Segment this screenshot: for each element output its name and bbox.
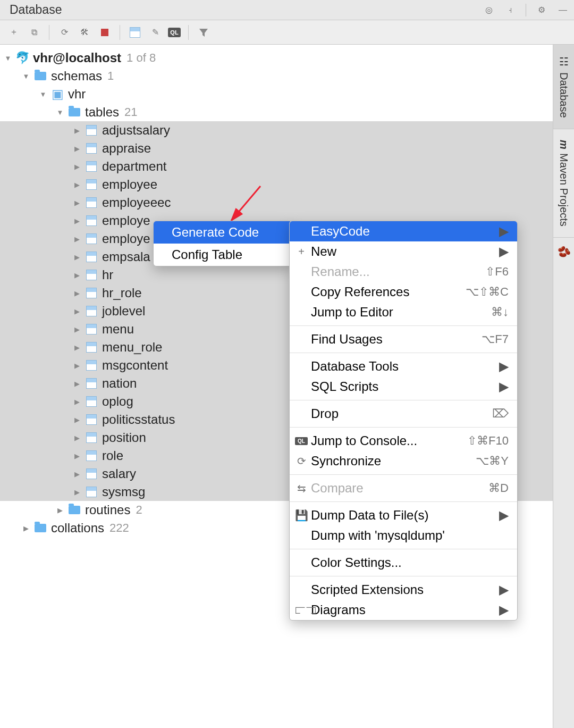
node-count: 21 (124, 105, 137, 119)
expand-arrow-icon[interactable] (73, 470, 81, 478)
table-node[interactable]: department (0, 157, 553, 175)
tab-extra[interactable]: 🫘 (553, 238, 574, 265)
table-icon (85, 377, 98, 390)
expand-arrow-icon[interactable] (73, 289, 81, 297)
table-node[interactable]: adjustsalary (0, 121, 553, 139)
separator (290, 353, 517, 353)
expand-arrow-icon[interactable] (73, 253, 81, 261)
menu-item-easycode[interactable]: EasyCode ▶ (290, 221, 517, 241)
right-tool-tabs: ☷ Database m Maven Projects 🫘 (553, 45, 574, 728)
expand-arrow-icon[interactable] (73, 235, 81, 243)
menu-item-dump-to-file[interactable]: 💾 Dump Data to File(s) ▶ (290, 505, 517, 525)
table-icon (85, 449, 98, 462)
menu-item-diagrams[interactable]: ⫍⫎ Diagrams ▶ (290, 600, 517, 620)
tab-database[interactable]: ☷ Database (553, 45, 574, 129)
expand-arrow-icon[interactable] (73, 488, 81, 496)
panel-title: Database (10, 3, 62, 17)
maven-icon: m (558, 140, 570, 149)
expand-arrow-icon[interactable] (56, 506, 64, 514)
node-label: politicsstatus (102, 412, 175, 427)
compare-icon: ⇆ (295, 482, 308, 495)
expand-arrow-icon[interactable] (56, 108, 64, 116)
folder-icon (68, 504, 81, 516)
menu-item-copy-references[interactable]: Copy References ⌥⇧⌘C (290, 282, 517, 302)
datasource-node[interactable]: 🐬 vhr@localhost 1 of 8 (0, 49, 553, 67)
table-icon (85, 269, 98, 281)
expand-arrow-icon[interactable] (73, 217, 81, 225)
expand-arrow-icon[interactable] (73, 452, 81, 460)
expand-arrow-icon[interactable] (73, 416, 81, 424)
schemas-node[interactable]: schemas 1 (0, 67, 553, 85)
expand-arrow-icon[interactable] (73, 145, 81, 153)
menu-item-sql-scripts[interactable]: SQL Scripts ▶ (290, 376, 517, 397)
expand-arrow-icon[interactable] (22, 524, 30, 532)
expand-arrow-icon[interactable] (73, 163, 81, 171)
menu-label: SQL Scripts (311, 379, 378, 394)
expand-arrow-icon[interactable] (73, 434, 81, 442)
tab-label: Maven Projects (558, 153, 570, 227)
menu-item-find-usages[interactable]: Find Usages ⌥F7 (290, 329, 517, 349)
wrench-icon[interactable]: 🛠 (77, 25, 92, 40)
separator (188, 25, 189, 40)
expand-arrow-icon[interactable] (4, 54, 12, 62)
submenu-arrow-icon: ▶ (499, 508, 509, 523)
expand-arrow-icon[interactable] (73, 344, 81, 352)
table-node[interactable]: appraise (0, 139, 553, 157)
menu-item-drop[interactable]: Drop ⌦ (290, 404, 517, 424)
node-label: menu (102, 322, 134, 337)
edit-icon[interactable]: ✎ (148, 25, 163, 40)
menu-item-color-settings[interactable]: Color Settings... (290, 553, 517, 573)
minimize-icon[interactable]: — (557, 4, 569, 16)
copy-icon[interactable]: ⧉ (27, 25, 41, 40)
expand-arrow-icon[interactable] (73, 380, 81, 388)
filter-icon[interactable] (196, 25, 211, 40)
menu-label: Dump with 'mysqldump' (311, 528, 445, 543)
expand-arrow-icon[interactable] (73, 199, 81, 207)
node-label: empsala (102, 249, 150, 264)
menu-item-config-table[interactable]: Config Table (154, 244, 292, 266)
node-label: salary (102, 466, 136, 481)
datasource-icon: 🐬 (16, 52, 29, 64)
table-icon (85, 160, 98, 173)
expand-arrow-icon[interactable] (73, 398, 81, 406)
expand-arrow-icon[interactable] (73, 127, 81, 135)
node-label: vhr (68, 87, 86, 102)
table-node[interactable]: employee (0, 175, 553, 194)
split-icon[interactable]: ⫞ (504, 4, 516, 16)
table-node[interactable]: employeeec (0, 194, 553, 212)
table-icon (85, 142, 98, 155)
expand-arrow-icon[interactable] (39, 90, 47, 98)
schema-node[interactable]: ▣ vhr (0, 85, 553, 103)
tab-maven[interactable]: m Maven Projects (553, 129, 574, 238)
menu-item-scripted-extensions[interactable]: Scripted Extensions ▶ (290, 580, 517, 600)
menu-item-database-tools[interactable]: Database Tools ▶ (290, 356, 517, 376)
menu-item-new[interactable]: + New ▶ (290, 241, 517, 262)
menu-item-jump-to-editor[interactable]: Jump to Editor ⌘↓ (290, 302, 517, 322)
expand-arrow-icon[interactable] (73, 271, 81, 279)
refresh-icon[interactable]: ⟳ (57, 25, 72, 40)
stop-icon[interactable] (97, 25, 112, 40)
target-icon[interactable]: ◎ (483, 4, 495, 16)
add-icon[interactable]: ＋ (6, 25, 21, 40)
gear-icon[interactable]: ⚙ (536, 4, 547, 16)
expand-arrow-icon[interactable] (73, 362, 81, 370)
node-label: nation (102, 376, 137, 391)
menu-item-dump-mysqldump[interactable]: Dump with 'mysqldump' (290, 525, 517, 546)
table-icon (85, 341, 98, 354)
expand-arrow-icon[interactable] (73, 181, 81, 189)
console-icon[interactable]: QL (168, 28, 181, 37)
menu-item-jump-to-console[interactable]: QL Jump to Console... ⇧⌘F10 (290, 431, 517, 451)
save-icon: 💾 (295, 509, 308, 522)
menu-label: Generate Code (172, 225, 259, 240)
table-view-icon[interactable] (128, 25, 142, 40)
menu-label: Diagrams (311, 603, 366, 617)
table-icon (85, 178, 98, 191)
bean-icon: 🫘 (558, 245, 570, 258)
panel-header: Database ◎ ⫞ ⚙ — (0, 0, 574, 20)
menu-item-synchronize[interactable]: ⟳ Synchronize ⌥⌘Y (290, 451, 517, 471)
expand-arrow-icon[interactable] (73, 325, 81, 333)
expand-arrow-icon[interactable] (22, 72, 30, 80)
expand-arrow-icon[interactable] (73, 307, 81, 315)
menu-item-generate-code[interactable]: Generate Code (154, 221, 292, 244)
tables-node[interactable]: tables 21 (0, 103, 553, 121)
